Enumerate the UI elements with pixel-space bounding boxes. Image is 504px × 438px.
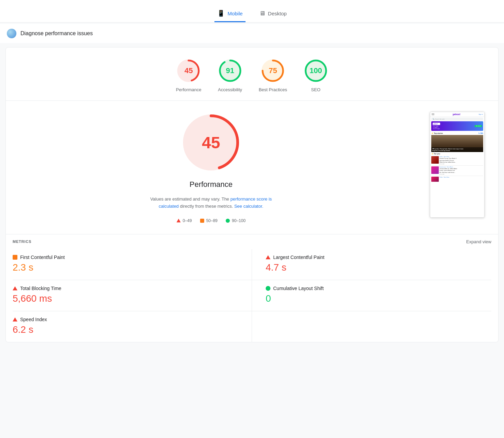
score-item-performance[interactable]: 45 Performance bbox=[176, 58, 201, 92]
metric-value-fcp: 2.3 s bbox=[13, 262, 238, 273]
score-label-seo: SEO bbox=[311, 87, 320, 92]
device-preview: yahoo! Sign in 🔍 Search the web yahoo! N… bbox=[430, 112, 485, 218]
indicator-cls bbox=[266, 286, 270, 291]
score-circle-seo: 100 bbox=[304, 58, 328, 83]
indicator-lcp bbox=[266, 255, 270, 259]
legend-item-green: 90–100 bbox=[226, 218, 246, 223]
legend-range-orange: 50–89 bbox=[206, 218, 218, 223]
mobile-icon: 📱 bbox=[217, 10, 225, 17]
score-circle-accessibility: 91 bbox=[218, 58, 242, 83]
indicator-fcp bbox=[13, 255, 17, 260]
score-circle-best-practices: 75 bbox=[261, 58, 285, 83]
score-item-seo[interactable]: 100 SEO bbox=[304, 58, 328, 92]
metric-item-empty bbox=[252, 311, 491, 342]
metric-item-lcp: Largest Contentful Paint 4.7 s bbox=[252, 249, 491, 280]
tab-desktop[interactable]: 🖥 Desktop bbox=[256, 6, 290, 22]
metric-value-tbt: 5,660 ms bbox=[13, 293, 238, 304]
tab-bar: 📱 Mobile 🖥 Desktop bbox=[0, 0, 504, 23]
metric-item-cls: Cumulative Layout Shift 0 bbox=[252, 280, 491, 311]
legend-circle-green-icon bbox=[226, 219, 230, 223]
diagnose-title: Diagnose performance issues bbox=[20, 30, 93, 37]
legend-row: 0–49 50–89 90–100 bbox=[177, 218, 246, 223]
diagnose-icon bbox=[7, 29, 16, 38]
content-area: 45 Performance Values are estimated and … bbox=[6, 101, 498, 234]
score-value-seo: 100 bbox=[309, 66, 322, 75]
big-score-number: 45 bbox=[202, 133, 220, 152]
metric-item-tbt: Total Blocking Time 5,660 ms bbox=[13, 280, 252, 311]
metrics-grid: First Contentful Paint 2.3 s Largest Con… bbox=[13, 249, 491, 342]
desc-text-2: directly from these metrics. bbox=[179, 204, 234, 209]
tab-mobile[interactable]: 📱 Mobile bbox=[214, 5, 245, 22]
score-value-performance: 45 bbox=[184, 66, 193, 75]
performance-title: Performance bbox=[190, 180, 233, 189]
tab-mobile-label: Mobile bbox=[227, 11, 242, 16]
score-label-accessibility: Accessibility bbox=[218, 87, 242, 92]
metrics-header: METRICS Expand view bbox=[13, 234, 491, 249]
calculator-link[interactable]: See calculator. bbox=[234, 204, 263, 209]
metric-name-tbt: Total Blocking Time bbox=[20, 286, 61, 291]
indicator-si bbox=[13, 317, 17, 321]
metrics-section: METRICS Expand view First Contentful Pai… bbox=[6, 234, 498, 342]
diagnose-bar: Diagnose performance issues bbox=[0, 24, 504, 43]
indicator-tbt bbox=[13, 286, 17, 290]
score-item-accessibility[interactable]: 91 Accessibility bbox=[218, 58, 242, 92]
description-text: Values are estimated and may vary. The p… bbox=[146, 196, 276, 210]
metric-value-lcp: 4.7 s bbox=[266, 262, 491, 273]
left-panel: 45 Performance Values are estimated and … bbox=[19, 112, 403, 223]
metric-item-fcp: First Contentful Paint 2.3 s bbox=[13, 249, 252, 280]
legend-range-red: 0–49 bbox=[183, 218, 192, 223]
score-value-best-practices: 75 bbox=[269, 66, 277, 75]
metric-value-si: 6.2 s bbox=[13, 324, 238, 335]
expand-view-button[interactable]: Expand view bbox=[466, 239, 491, 244]
metric-item-si: Speed Index 6.2 s bbox=[13, 311, 252, 342]
big-score-circle: 45 bbox=[180, 112, 242, 173]
score-circle-performance: 45 bbox=[176, 58, 201, 83]
score-item-best-practices[interactable]: 75 Best Practices bbox=[259, 58, 287, 92]
right-panel: yahoo! Sign in 🔍 Search the web yahoo! N… bbox=[430, 112, 485, 218]
score-label-best-practices: Best Practices bbox=[259, 87, 287, 92]
legend-range-green: 90–100 bbox=[232, 218, 246, 223]
score-label-performance: Performance bbox=[176, 87, 201, 92]
desktop-icon: 🖥 bbox=[259, 10, 265, 17]
metric-name-si: Speed Index bbox=[20, 317, 47, 322]
legend-square-orange-icon bbox=[200, 219, 204, 223]
metric-name-cls: Cumulative Layout Shift bbox=[273, 286, 324, 291]
metric-value-cls: 0 bbox=[266, 293, 491, 304]
metric-name-fcp: First Contentful Paint bbox=[20, 255, 65, 260]
metric-name-lcp: Largest Contentful Paint bbox=[273, 255, 324, 260]
metrics-title: METRICS bbox=[13, 239, 31, 244]
desc-text-1: Values are estimated and may vary. The bbox=[150, 196, 230, 202]
legend-item-red: 0–49 bbox=[177, 218, 192, 223]
tab-desktop-label: Desktop bbox=[268, 11, 287, 16]
legend-item-orange: 50–89 bbox=[200, 218, 218, 223]
legend-triangle-red-icon bbox=[177, 219, 181, 222]
score-value-accessibility: 91 bbox=[226, 66, 234, 75]
scores-row: 45 Performance 91 Accessibility bbox=[6, 47, 498, 101]
main-card: 45 Performance 91 Accessibility bbox=[5, 47, 499, 342]
